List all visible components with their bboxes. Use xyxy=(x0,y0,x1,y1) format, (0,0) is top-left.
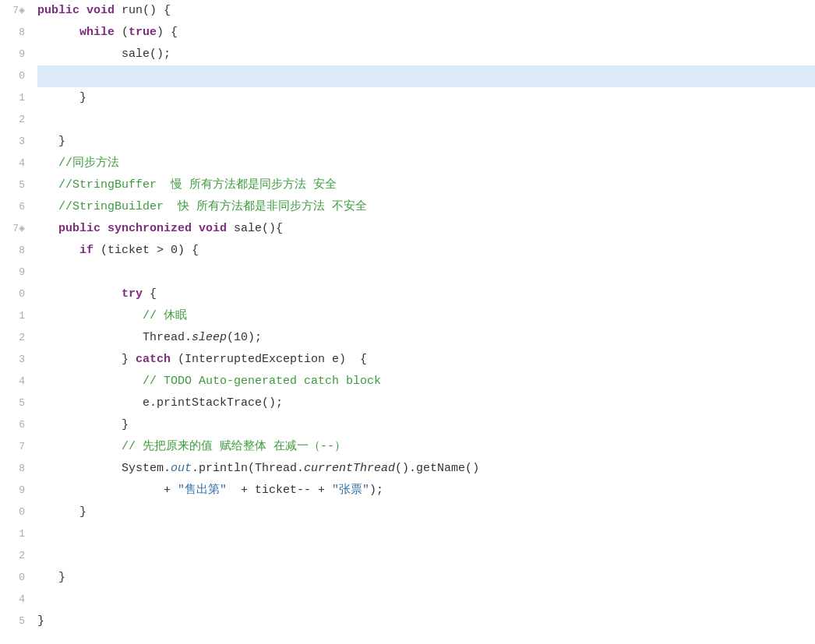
line-num-27: 0 xyxy=(0,567,25,589)
code-line-19: e.printStackTrace(); xyxy=(37,392,815,414)
line-num-13: 9 xyxy=(0,262,25,283)
line-num-5: 1 xyxy=(0,87,25,109)
code-line-4 xyxy=(37,65,815,87)
code-line-2: while (true) { xyxy=(37,22,815,44)
line-num-19: 5 xyxy=(0,392,25,414)
line-num-6: 2 xyxy=(0,109,25,131)
code-line-16: Thread.sleep(10); xyxy=(37,327,815,349)
code-editor: 7◈ 8 9 0 1 2 3 4 5 6 7◈ 8 9 0 1 2 3 4 5 … xyxy=(0,0,815,644)
code-line-8: //同步方法 xyxy=(37,153,815,174)
line-num-11: 7◈ xyxy=(0,218,25,240)
line-num-4: 0 xyxy=(0,65,25,87)
line-num-25: 1 xyxy=(0,523,25,545)
code-line-13 xyxy=(37,262,815,283)
line-num-22: 8 xyxy=(0,458,25,480)
line-num-10: 6 xyxy=(0,196,25,218)
code-line-12: if (ticket > 0) { xyxy=(37,240,815,262)
code-line-5: } xyxy=(37,87,815,109)
line-num-17: 3 xyxy=(0,349,25,371)
line-num-16: 2 xyxy=(0,327,25,349)
code-line-14: try { xyxy=(37,283,815,305)
line-num-18: 4 xyxy=(0,371,25,392)
line-num-14: 0 xyxy=(0,283,25,305)
line-num-24: 0 xyxy=(0,501,25,523)
code-line-20: } xyxy=(37,414,815,436)
line-num-21: 7 xyxy=(0,436,25,458)
code-line-18: // TODO Auto-generated catch block xyxy=(37,371,815,392)
line-num-26: 2 xyxy=(0,545,25,567)
line-num-15: 1 xyxy=(0,305,25,327)
code-line-29: } xyxy=(37,611,815,632)
code-line-26 xyxy=(37,545,815,567)
code-line-28 xyxy=(37,589,815,611)
line-num-7: 3 xyxy=(0,131,25,153)
code-line-25 xyxy=(37,523,815,545)
code-line-3: sale(); xyxy=(37,44,815,65)
code-content[interactable]: public void run() { while (true) { sale(… xyxy=(31,0,815,644)
line-num-29: 5 xyxy=(0,611,25,632)
code-line-10: //StringBuilder 快 所有方法都是非同步方法 不安全 xyxy=(37,196,815,218)
line-num-23: 9 xyxy=(0,480,25,501)
line-num-12: 8 xyxy=(0,240,25,262)
line-number-gutter: 7◈ 8 9 0 1 2 3 4 5 6 7◈ 8 9 0 1 2 3 4 5 … xyxy=(0,0,31,644)
line-num-9: 5 xyxy=(0,174,25,196)
code-line-7: } xyxy=(37,131,815,153)
line-num-1: 7◈ xyxy=(0,0,25,22)
code-line-15: // 休眠 xyxy=(37,305,815,327)
code-line-17: } catch (InterruptedException e) { xyxy=(37,349,815,371)
code-line-21: // 先把原来的值 赋给整体 在减一（--） xyxy=(37,436,815,458)
line-num-3: 9 xyxy=(0,44,25,65)
line-num-2: 8 xyxy=(0,22,25,44)
line-num-20: 6 xyxy=(0,414,25,436)
code-line-23: + "售出第" + ticket-- + "张票"); xyxy=(37,480,815,501)
line-num-8: 4 xyxy=(0,153,25,174)
code-line-1: public void run() { xyxy=(37,0,815,22)
code-line-11: public synchronized void sale(){ xyxy=(37,218,815,240)
line-num-28: 4 xyxy=(0,589,25,611)
code-line-6 xyxy=(37,109,815,131)
code-line-24: } xyxy=(37,501,815,523)
code-line-22: System.out.println(Thread.currentThread(… xyxy=(37,458,815,480)
code-line-27: } xyxy=(37,567,815,589)
code-line-9: //StringBuffer 慢 所有方法都是同步方法 安全 xyxy=(37,174,815,196)
